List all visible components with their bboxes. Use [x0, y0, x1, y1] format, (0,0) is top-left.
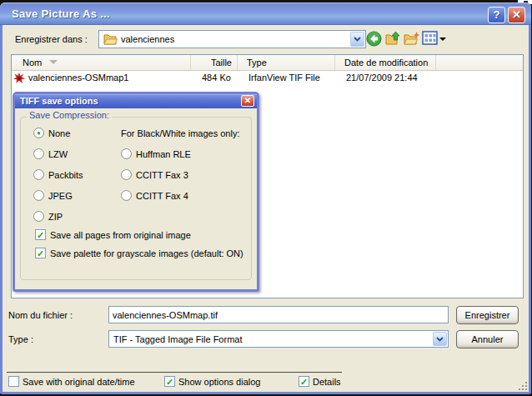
filetype-dropdown-button[interactable]: [433, 332, 447, 346]
filetype-label: Type :: [8, 334, 33, 344]
column-header-name[interactable]: Nom: [12, 55, 191, 70]
screen: Save Picture As ... ? ✕ Enregistrer dans…: [0, 0, 532, 396]
file-type-cell: IrfanView TIF File: [238, 71, 335, 86]
save-in-label: Enregistrer dans :: [15, 34, 88, 44]
column-header-type[interactable]: Type: [238, 55, 335, 70]
save-in-dropdown-button[interactable]: [350, 32, 364, 47]
checkbox-details-label: Details: [313, 377, 341, 387]
checkbox-save-palette[interactable]: ✓: [35, 248, 46, 258]
save-compression-label: Save Compression:: [27, 110, 112, 120]
checkbox-save-palette-label: Save palette for grayscale images (defau…: [50, 248, 243, 258]
radio-jpeg-label: JPEG: [48, 191, 73, 201]
view-menu-icon: [422, 31, 438, 45]
view-menu-arrow-icon[interactable]: [439, 38, 446, 41]
filetype-value: TIF - Tagged Image File Format: [113, 334, 242, 344]
tiff-dialog-titlebar[interactable]: TIFF save options: [15, 94, 257, 108]
file-list-header: Nom Taille Type Date de modification: [12, 55, 523, 71]
file-size-cell: 484 Ko: [191, 71, 238, 86]
folder-icon: [103, 33, 118, 48]
table-row[interactable]: valenciennes-OSMmap1 484 Ko IrfanView TI…: [12, 71, 523, 86]
radio-ccitt-fax4[interactable]: [121, 190, 132, 201]
back-icon: [366, 31, 382, 47]
checkbox-original-datetime[interactable]: [8, 376, 19, 387]
column-header-modified[interactable]: Date de modification: [335, 55, 436, 70]
save-in-combobox[interactable]: valenciennes: [98, 30, 366, 48]
file-modified-cell: 21/07/2009 21:44: [335, 71, 436, 86]
radio-huffman-rle[interactable]: [121, 148, 132, 159]
folder-up-icon: [385, 31, 401, 47]
new-folder-button[interactable]: [404, 31, 420, 48]
checkbox-details[interactable]: ✓: [299, 376, 309, 387]
column-header-name-label: Nom: [23, 58, 42, 68]
radio-jpeg[interactable]: [33, 190, 44, 201]
chevron-down-icon: [354, 37, 361, 42]
close-button[interactable]: ✕: [508, 7, 525, 23]
checkbox-save-all-pages-label: Save all pages from original image: [50, 230, 191, 240]
filename-label: Nom du fichier :: [8, 310, 73, 320]
help-button[interactable]: ?: [488, 7, 505, 23]
save-button[interactable]: Enregistrer: [456, 306, 519, 324]
cancel-button[interactable]: Annuler: [456, 330, 519, 348]
radio-lzw[interactable]: [33, 148, 44, 159]
sort-desc-icon: [49, 60, 58, 64]
radio-ccitt-fax4-label: CCITT Fax 4: [136, 191, 188, 201]
radio-packbits-label: Packbits: [48, 170, 83, 180]
column-header-size[interactable]: Taille: [191, 55, 238, 70]
footer-divider: [7, 372, 342, 373]
radio-huffman-rle-label: Huffman RLE: [136, 149, 191, 159]
irfanview-file-icon: [13, 73, 25, 86]
new-folder-icon: [404, 31, 420, 47]
file-name-cell: valenciennes-OSMmap1: [12, 71, 191, 86]
filename-input[interactable]: [108, 306, 449, 323]
filetype-combobox[interactable]: TIF - Tagged Image File Format: [108, 330, 449, 348]
radio-lzw-label: LZW: [48, 149, 68, 159]
column-header-filler: [436, 55, 523, 70]
file-row-filler: [436, 71, 523, 86]
checkbox-save-all-pages[interactable]: ✓: [35, 229, 46, 240]
resize-grip-icon: [517, 380, 529, 392]
tiff-dialog-title: TIFF save options: [20, 96, 98, 106]
save-in-value: valenciennes: [121, 34, 174, 44]
file-name: valenciennes-OSMmap1: [28, 73, 128, 83]
checkbox-show-options-dialog[interactable]: ✓: [164, 376, 175, 387]
radio-packbits[interactable]: [33, 169, 44, 180]
save-picture-window: Save Picture As ... ? ✕ Enregistrer dans…: [0, 3, 531, 394]
radio-ccitt-fax3-label: CCITT Fax 3: [136, 170, 188, 180]
tiff-dialog-close-button[interactable]: ✕: [241, 95, 254, 107]
checkbox-original-datetime-label: Save with original date/time: [23, 377, 135, 387]
checkbox-show-options-dialog-label: Show options dialog: [178, 377, 260, 387]
tiff-options-dialog: TIFF save options ✕ Save Compression: ● …: [13, 92, 259, 292]
window-title: Save Picture As ...: [12, 8, 110, 20]
back-button[interactable]: [366, 31, 383, 48]
bw-images-note: For Black/White images only:: [121, 128, 239, 138]
radio-zip-label: ZIP: [48, 212, 63, 222]
chevron-down-icon: [436, 337, 444, 342]
radio-none-label: None: [48, 128, 70, 138]
view-menu-button[interactable]: [422, 31, 439, 48]
titlebar[interactable]: Save Picture As ... ? ✕: [0, 3, 531, 25]
up-one-level-button[interactable]: [385, 31, 402, 48]
radio-ccitt-fax3[interactable]: [121, 169, 132, 180]
resize-grip[interactable]: [517, 380, 529, 393]
radio-zip[interactable]: [33, 211, 44, 222]
radio-none[interactable]: ●: [33, 128, 44, 138]
